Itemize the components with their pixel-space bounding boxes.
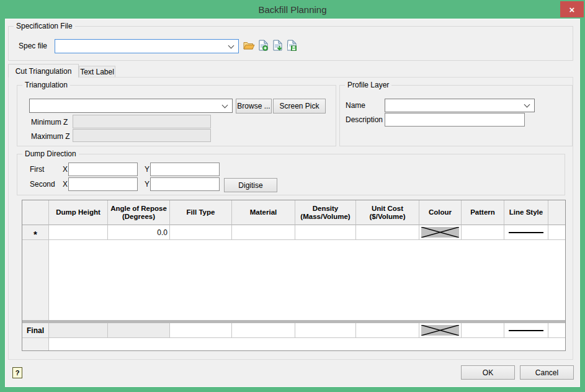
second-y-field[interactable] xyxy=(150,177,220,191)
grid-bottom-area xyxy=(22,338,565,350)
first-x-field[interactable] xyxy=(68,163,138,176)
new-row-indicator: * xyxy=(33,226,37,239)
profile-name-combobox[interactable] xyxy=(385,99,535,112)
profile-description-field[interactable] xyxy=(385,113,525,127)
spec-file-label: Spec file xyxy=(19,42,47,50)
column-header-material[interactable]: Material xyxy=(232,200,295,225)
final-cell-colour[interactable] xyxy=(419,323,462,338)
window-title: Backfill Planning xyxy=(258,4,326,15)
title-bar: Backfill Planning xyxy=(0,0,585,19)
screen-pick-button-label: Screen Pick xyxy=(279,102,319,110)
second-x-field[interactable] xyxy=(68,177,138,191)
cell-dump-height[interactable] xyxy=(49,225,108,240)
new-row-header[interactable]: * xyxy=(22,225,49,240)
cell-unit-cost[interactable] xyxy=(356,225,419,240)
minimum-z-field xyxy=(73,115,211,128)
screen-pick-button[interactable]: Screen Pick xyxy=(273,99,326,114)
chevron-down-icon xyxy=(524,102,530,108)
grid-header-filler xyxy=(548,200,565,225)
minimum-z-label: Minimum Z xyxy=(31,118,68,127)
final-cell-density[interactable] xyxy=(295,323,356,338)
cell-colour[interactable] xyxy=(419,225,462,240)
ok-button-label: OK xyxy=(483,368,493,377)
row-header-column-strip xyxy=(22,240,49,320)
colour-swatch xyxy=(421,227,459,238)
final-row-filler xyxy=(548,323,565,338)
no-colour-cross-icon xyxy=(421,227,459,238)
maximum-z-field xyxy=(73,129,211,142)
grid-new-row: * 0.0 xyxy=(22,225,565,240)
profile-description-label: Description xyxy=(346,115,383,124)
close-button[interactable]: × xyxy=(560,1,584,17)
help-icon: ? xyxy=(16,369,20,376)
final-cell-unit-cost[interactable] xyxy=(356,323,419,338)
tab-text-label[interactable]: Text Label xyxy=(79,66,115,77)
chevron-down-icon xyxy=(222,102,228,108)
profile-layer-group-title: Profile Layer xyxy=(345,81,391,89)
final-cell-line-style[interactable] xyxy=(504,323,548,338)
dialog-body: Specification File Spec file xyxy=(5,19,580,387)
new-row-filler xyxy=(548,225,565,240)
final-cell-pattern[interactable] xyxy=(462,323,504,338)
first-y-field[interactable] xyxy=(150,163,220,176)
triangulation-group-title: Triangulation xyxy=(22,81,70,89)
close-icon: × xyxy=(569,4,575,15)
triangulation-combobox[interactable] xyxy=(29,99,233,113)
file-new-icon xyxy=(259,40,268,51)
second-label: Second xyxy=(30,180,55,189)
browse-button-label: Browse ... xyxy=(237,102,270,110)
open-spec-file-button[interactable] xyxy=(243,40,255,52)
browse-button[interactable]: Browse ... xyxy=(236,99,272,114)
save-spec-file-button[interactable] xyxy=(285,39,298,51)
column-header-pattern[interactable]: Pattern xyxy=(462,200,504,225)
help-button[interactable]: ? xyxy=(12,367,22,378)
final-cell-dump-height xyxy=(49,323,108,338)
grid-corner-header xyxy=(22,200,49,225)
cell-pattern[interactable] xyxy=(462,225,504,240)
first-label: First xyxy=(30,165,44,174)
final-cell-angle-of-repose xyxy=(108,323,170,338)
column-header-colour[interactable]: Colour xyxy=(419,200,462,225)
cancel-button[interactable]: Cancel xyxy=(520,365,574,380)
column-header-fill-type[interactable]: Fill Type xyxy=(170,200,232,225)
column-header-dump-height[interactable]: Dump Height xyxy=(49,200,108,225)
no-colour-cross-icon xyxy=(421,325,459,336)
column-header-density[interactable]: Density(Mass/Volume) xyxy=(295,200,356,225)
spec-file-combobox[interactable] xyxy=(55,39,239,53)
cell-angle-of-repose[interactable]: 0.0 xyxy=(108,225,170,240)
grid-empty-area xyxy=(22,240,565,320)
file-import-icon xyxy=(273,40,282,51)
specification-file-group-title: Specification File xyxy=(14,22,75,30)
second-y-label: Y xyxy=(145,180,150,189)
cell-fill-type[interactable] xyxy=(170,225,232,240)
column-header-unit-cost[interactable]: Unit Cost($/Volume) xyxy=(356,200,419,225)
grid-header-row: Dump Height Angle of Repose(Degrees) Fil… xyxy=(22,200,565,225)
cell-material[interactable] xyxy=(232,225,295,240)
column-header-line-style[interactable]: Line Style xyxy=(504,200,548,225)
final-cell-fill-type[interactable] xyxy=(170,323,232,338)
grid-final-row: Final xyxy=(22,323,565,338)
digitise-button-label: Digitise xyxy=(238,181,262,190)
backfill-planning-dialog: Backfill Planning × Specification File S… xyxy=(0,0,585,392)
colour-swatch xyxy=(421,325,459,336)
column-header-angle-of-repose[interactable]: Angle of Repose(Degrees) xyxy=(108,200,170,225)
tab-cut-triangulation-label: Cut Triangulation xyxy=(16,67,72,76)
final-cell-material[interactable] xyxy=(232,323,295,338)
line-style-preview xyxy=(509,330,543,331)
maximum-z-label: Maximum Z xyxy=(31,132,70,141)
ok-button[interactable]: OK xyxy=(461,365,515,380)
tab-text-label-label: Text Label xyxy=(80,68,114,76)
final-row-header[interactable]: Final xyxy=(22,323,49,338)
import-spec-file-button[interactable] xyxy=(271,39,284,51)
cell-density[interactable] xyxy=(295,225,356,240)
tab-cut-triangulation[interactable]: Cut Triangulation xyxy=(8,64,79,78)
cell-line-style[interactable] xyxy=(504,225,548,240)
first-y-label: Y xyxy=(145,165,150,174)
profile-name-label: Name xyxy=(346,101,365,110)
second-x-label: X xyxy=(63,180,68,189)
new-spec-file-button[interactable] xyxy=(257,39,269,51)
line-style-preview xyxy=(509,232,543,233)
digitise-button[interactable]: Digitise xyxy=(224,178,277,192)
row-header-column-strip xyxy=(22,338,49,350)
file-save-icon xyxy=(287,40,297,51)
